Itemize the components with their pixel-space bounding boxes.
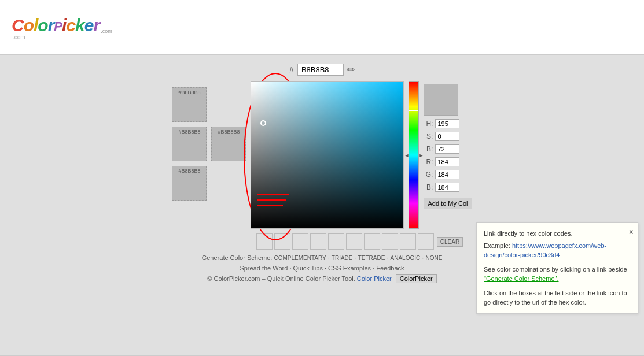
- scheme-prefix: Generate Color Scheme:: [202, 254, 273, 261]
- r-label: R:: [424, 158, 433, 166]
- s-input[interactable]: [435, 132, 459, 141]
- header: ColorPicker .com .com: [0, 0, 644, 55]
- bottom-swatch-10[interactable]: [418, 233, 434, 250]
- main-area: # ✏ #B8B8B8 #B8B8B8 #B8B8B8: [0, 55, 644, 355]
- color-picker-link[interactable]: Color Picker: [357, 275, 392, 282]
- b-label: B:: [424, 145, 433, 153]
- copyright-text: © ColorPicker.com – Quick Online Color P…: [207, 275, 355, 282]
- right-panel: H: S: B: R: G:: [424, 81, 472, 209]
- swatch-2[interactable]: #B8B8B8: [172, 127, 207, 161]
- swatch-1-label: #B8B8B8: [172, 90, 206, 95]
- gradient-inner: [251, 82, 403, 228]
- g-label: G:: [424, 170, 433, 179]
- tetrade-link[interactable]: TETRADE: [358, 255, 385, 261]
- swatch-1[interactable]: #B8B8B8: [172, 87, 207, 122]
- tooltip-popup: x Link directly to hex color codes. Exam…: [476, 222, 638, 314]
- hue-strip-wrapper: ◄ ►: [409, 81, 419, 229]
- hue-indicator: [409, 110, 418, 111]
- triade-link[interactable]: TRIADE: [332, 255, 353, 261]
- bottom-swatch-6[interactable]: [346, 233, 362, 250]
- color-preview: [424, 84, 458, 116]
- h-input[interactable]: [435, 119, 459, 128]
- bottom-swatch-4[interactable]: [310, 233, 326, 250]
- hue-arrow-right[interactable]: ►: [419, 153, 424, 158]
- brightness-row: B:: [424, 144, 472, 154]
- h-label: H:: [424, 120, 433, 128]
- hex-label: #: [289, 65, 294, 75]
- swatch-4-label: #B8B8B8: [172, 168, 206, 174]
- bottom-swatch-8[interactable]: [382, 233, 398, 250]
- bottom-swatch-7[interactable]: [364, 233, 380, 250]
- quick-tips-link[interactable]: Quick Tips: [293, 265, 323, 272]
- css-examples-link[interactable]: CSS Examples: [328, 265, 371, 272]
- eyedropper-button[interactable]: ✏: [347, 64, 355, 75]
- spread-word-link[interactable]: Spread the Word: [240, 265, 288, 272]
- picker-gradient-area: [251, 81, 404, 229]
- logo[interactable]: ColorPicker .com .com: [12, 16, 112, 40]
- b2-label: B:: [424, 183, 433, 191]
- bottom-swatch-2[interactable]: [274, 233, 290, 250]
- bottom-swatch-9[interactable]: [400, 233, 416, 250]
- swatch-row-2: #B8B8B8 #B8B8B8: [172, 127, 246, 161]
- b-input[interactable]: [435, 144, 459, 154]
- tooltip-gen-link[interactable]: "Generate Color Scheme".: [484, 275, 558, 282]
- left-swatches: #B8B8B8 #B8B8B8 #B8B8B8 #B8B8B8: [172, 81, 246, 201]
- add-to-mycolor-button[interactable]: Add to My Col: [424, 198, 472, 209]
- tooltip-line2: Example: https://www.webpagefx.com/web-d…: [484, 241, 631, 260]
- feedback-link[interactable]: Feedback: [376, 265, 404, 272]
- tooltip-line4: Click on the boxes at the left side or t…: [484, 288, 631, 307]
- hex-input[interactable]: [297, 64, 344, 76]
- tooltip-close[interactable]: x: [630, 226, 634, 238]
- complementary-link[interactable]: COMPLEMENTARY: [274, 255, 326, 261]
- colorpicker-button[interactable]: ColorPicker: [396, 274, 437, 283]
- swatch-3[interactable]: #B8B8B8: [211, 127, 246, 161]
- swatch-3-label: #B8B8B8: [212, 129, 245, 135]
- s-label: S:: [424, 132, 433, 140]
- tooltip-line3: See color combinations by clicking on a …: [484, 265, 631, 275]
- gradient-box[interactable]: [251, 81, 404, 229]
- b2-input[interactable]: [435, 183, 459, 192]
- scheme-row: Generate Color Scheme: COMPLEMENTARY · T…: [202, 254, 443, 261]
- swatch-4[interactable]: #B8B8B8: [172, 166, 207, 201]
- picker-main-row: #B8B8B8 #B8B8B8 #B8B8B8 #B8B8B8: [172, 81, 472, 229]
- red-row: R:: [424, 157, 472, 166]
- bottom-swatch-5[interactable]: [328, 233, 344, 250]
- bottom-swatch-1[interactable]: [256, 233, 273, 250]
- tooltip-line1: Link directly to hex color codes.: [484, 229, 631, 239]
- none-link[interactable]: NONE: [425, 255, 442, 261]
- bottom-swatches: CLEAR: [256, 233, 463, 250]
- green-row: G:: [424, 170, 472, 179]
- logo-sub: .com: [101, 28, 112, 34]
- tooltip-example-prefix: Example:: [484, 242, 512, 249]
- swatch-2-label: #B8B8B8: [172, 129, 206, 135]
- blue-row: B:: [424, 183, 472, 192]
- clear-button[interactable]: CLEAR: [437, 237, 463, 247]
- copyright-row: © ColorPicker.com – Quick Online Color P…: [207, 274, 436, 283]
- hue-row: H:: [424, 119, 472, 128]
- analogic-link[interactable]: ANALOGIC: [391, 255, 421, 261]
- spread-row: Spread the Word · Quick Tips · CSS Examp…: [240, 265, 404, 272]
- saturation-row: S:: [424, 132, 472, 141]
- bottom-swatch-3[interactable]: [292, 233, 308, 250]
- g-input[interactable]: [435, 170, 459, 179]
- hex-row: # ✏: [12, 64, 632, 76]
- r-input[interactable]: [435, 157, 459, 166]
- hue-strip[interactable]: [409, 81, 419, 229]
